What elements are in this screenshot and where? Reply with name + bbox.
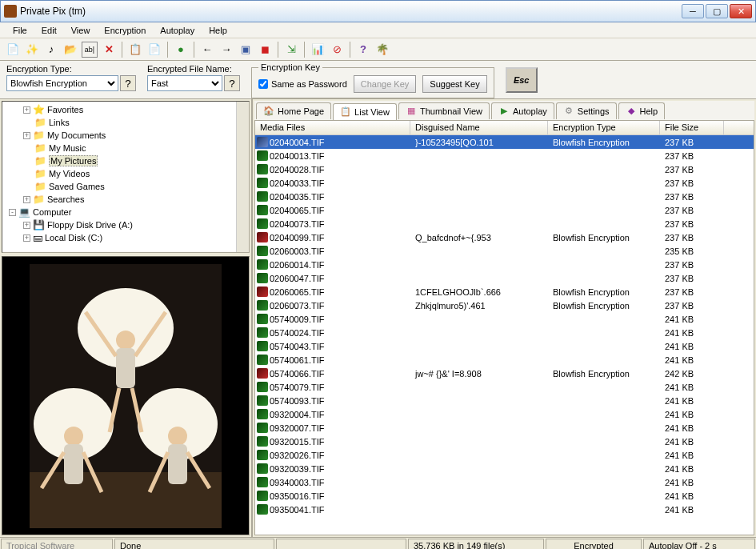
tree-item-local-disk-c-[interactable]: +🖴Local Disk (C:)	[4, 231, 247, 244]
file-row[interactable]: 09320026.TIF241 KB	[255, 448, 754, 462]
sparkle-icon[interactable]: ✨	[24, 42, 40, 58]
new-icon[interactable]: 📄	[5, 42, 21, 58]
encryption-key-group: Encryption Key Same as Password Change K…	[251, 62, 494, 98]
encrypted-filename-help-button[interactable]: ?	[224, 75, 240, 91]
list-header[interactable]: Media Files Disguised Name Encryption Ty…	[255, 121, 754, 135]
file-row[interactable]: 02040028.TIF237 KB	[255, 162, 754, 176]
col-media-files[interactable]: Media Files	[255, 121, 410, 134]
file-row[interactable]: 05740079.TIF241 KB	[255, 380, 754, 394]
tree-item-computer[interactable]: -💻Computer	[4, 206, 247, 218]
col-encryption-type[interactable]: Encryption Type	[548, 121, 660, 134]
cancel-report-icon[interactable]: ⊘	[329, 42, 345, 58]
tab-autoplay[interactable]: ▶Autoplay	[491, 102, 554, 119]
tree-item-links[interactable]: 📁Links	[4, 116, 247, 129]
file-row[interactable]: 02060065.TIF1CFELGHOOJlb`.666Blowfish En…	[255, 285, 754, 299]
tree-expander-icon[interactable]: +	[23, 106, 30, 114]
tree-item-my-pictures[interactable]: 📁My Pictures	[4, 154, 247, 167]
music-icon[interactable]: ♪	[43, 42, 59, 58]
same-as-password-checkbox[interactable]	[258, 79, 268, 89]
stop-icon[interactable]: ◼	[257, 42, 273, 58]
back-icon[interactable]: ←	[199, 42, 215, 58]
tree-expander-icon[interactable]: -	[9, 209, 16, 216]
file-row[interactable]: 02060014.TIF237 KB	[255, 258, 754, 271]
file-icon	[257, 218, 268, 229]
tab-thumbnail-view[interactable]: ▦Thumbnail View	[398, 102, 490, 119]
menu-view[interactable]: View	[65, 24, 97, 37]
menu-edit[interactable]: Edit	[35, 24, 63, 37]
tab-help[interactable]: ◆Help	[618, 102, 666, 119]
file-row[interactable]: 09320039.TIF241 KB	[255, 462, 754, 475]
forward-icon[interactable]: →	[218, 42, 234, 58]
maximize-button[interactable]: ▢	[706, 4, 728, 18]
delete-icon[interactable]: ✕	[101, 42, 117, 58]
file-row[interactable]: 02040073.TIF237 KB	[255, 217, 754, 230]
tree-expander-icon[interactable]: +	[23, 132, 30, 139]
paste-icon[interactable]: 📄	[146, 42, 162, 58]
menu-encryption[interactable]: Encryption	[98, 24, 152, 37]
esc-button[interactable]: Esc	[506, 67, 538, 93]
help-icon: ◆	[626, 106, 637, 117]
change-key-button[interactable]: Change Key	[354, 75, 417, 93]
tree-expander-icon[interactable]: +	[23, 196, 30, 203]
file-row[interactable]: 05740093.TIF241 KB	[255, 394, 754, 407]
file-row[interactable]: 09350016.TIF241 KB	[255, 489, 754, 503]
menu-autoplay[interactable]: Autoplay	[154, 24, 201, 37]
file-row[interactable]: 05740043.TIF241 KB	[255, 339, 754, 353]
tab-label: Thumbnail View	[420, 106, 482, 116]
file-row[interactable]: 09350041.TIF241 KB	[255, 503, 754, 516]
folder-tree[interactable]: +⭐Favorites📁Links+📁My Documents📁My Music…	[2, 101, 250, 253]
suggest-key-button[interactable]: Suggest Key	[422, 75, 486, 93]
tree-expander-icon[interactable]: +	[23, 222, 30, 229]
report-icon[interactable]: 📊	[310, 42, 326, 58]
tree-scrollbar[interactable]	[236, 102, 249, 252]
col-file-size[interactable]: File Size	[660, 121, 724, 134]
file-disguised: Q_bafcdnof+~{.953	[410, 233, 548, 242]
file-name: 02060073.TIF	[270, 301, 325, 311]
tree-item-saved-games[interactable]: 📁Saved Games	[4, 180, 247, 193]
file-row[interactable]: 05740066.TIFjw~# {}&' I=8.908Blowfish En…	[255, 367, 754, 380]
minimize-button[interactable]: ─	[682, 4, 704, 18]
record-icon[interactable]: ●	[173, 42, 189, 58]
export-icon[interactable]: ⇲	[283, 42, 299, 58]
file-row[interactable]: 05740024.TIF241 KB	[255, 326, 754, 339]
file-row[interactable]: 02040035.TIF237 KB	[255, 190, 754, 203]
tab-list-view[interactable]: 📋List View	[333, 103, 397, 120]
file-row[interactable]: 02060047.TIF237 KB	[255, 271, 754, 285]
menu-help[interactable]: Help	[202, 24, 234, 37]
file-row[interactable]: 09340003.TIF241 KB	[255, 475, 754, 489]
file-row[interactable]: 05740061.TIF241 KB	[255, 353, 754, 367]
rename-icon[interactable]: ab|	[82, 42, 98, 58]
file-row[interactable]: 02040033.TIF237 KB	[255, 176, 754, 190]
folder-open-icon[interactable]: 📂	[62, 42, 78, 58]
file-row[interactable]: 02040065.TIF237 KB	[255, 203, 754, 217]
tree-item-searches[interactable]: +📁Searches	[4, 193, 247, 206]
file-row[interactable]: 02040013.TIF237 KB	[255, 149, 754, 162]
tree-expander-icon[interactable]: +	[23, 234, 30, 242]
encryption-type-select[interactable]: Blowfish Encryption	[6, 75, 118, 91]
file-row[interactable]: 05740009.TIF241 KB	[255, 312, 754, 326]
encryption-type-help-button[interactable]: ?	[120, 75, 136, 91]
close-button[interactable]: ✕	[730, 4, 752, 18]
file-row[interactable]: 02040004.TIF}-10523495[QO.101Blowfish En…	[255, 135, 754, 149]
file-row[interactable]: 02060073.TIFZhkjqlmuro5)'.461Blowfish En…	[255, 299, 754, 312]
tab-settings[interactable]: ⚙Settings	[556, 102, 617, 119]
col-disguised-name[interactable]: Disguised Name	[410, 121, 548, 134]
slideshow-icon[interactable]: ▣	[238, 42, 254, 58]
help-icon[interactable]: ?	[355, 42, 371, 58]
encrypted-filename-select[interactable]: Fast	[147, 75, 222, 91]
file-row[interactable]: 09320015.TIF241 KB	[255, 435, 754, 448]
copy-icon[interactable]: 📋	[127, 42, 143, 58]
tab-home-page[interactable]: 🏠Home Page	[256, 102, 331, 119]
tree-item-floppy-disk-drive-a-[interactable]: +💾Floppy Disk Drive (A:)	[4, 218, 247, 231]
tree-item-my-documents[interactable]: +📁My Documents	[4, 129, 247, 142]
file-row[interactable]: 09320007.TIF241 KB	[255, 421, 754, 435]
list-body[interactable]: 02040004.TIF}-10523495[QO.101Blowfish En…	[255, 135, 754, 535]
palm-icon[interactable]: 🌴	[374, 42, 390, 58]
file-row[interactable]: 02060003.TIF235 KB	[255, 244, 754, 258]
file-row[interactable]: 02040099.TIFQ_bafcdnof+~{.953Blowfish En…	[255, 230, 754, 244]
tree-item-my-music[interactable]: 📁My Music	[4, 142, 247, 154]
tree-item-favorites[interactable]: +⭐Favorites	[4, 103, 247, 116]
menu-file[interactable]: File	[6, 24, 34, 37]
tree-item-my-videos[interactable]: 📁My Videos	[4, 167, 247, 180]
file-row[interactable]: 09320004.TIF241 KB	[255, 407, 754, 421]
